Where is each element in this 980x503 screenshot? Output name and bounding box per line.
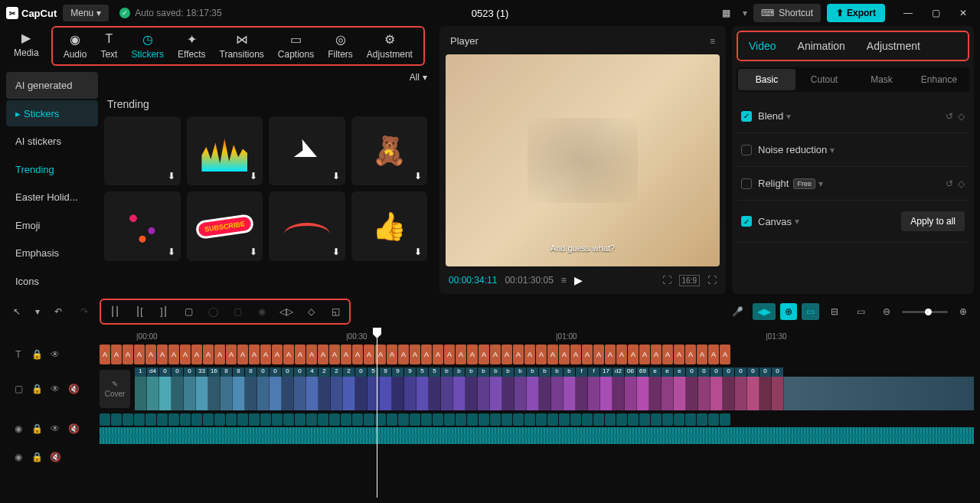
snap-tool[interactable]: ▭ — [802, 303, 819, 320]
video-clip[interactable] — [392, 377, 404, 410]
fx-segment[interactable] — [479, 413, 489, 426]
video-clip[interactable] — [502, 377, 514, 410]
subtab-basic[interactable]: Basic — [738, 69, 795, 90]
text-segment[interactable]: A — [100, 345, 110, 364]
fx-segment[interactable] — [145, 413, 156, 426]
close-icon[interactable]: ✕ — [952, 4, 974, 22]
fx-segment[interactable] — [111, 413, 122, 426]
lock-icon[interactable]: 🔒 — [31, 423, 43, 434]
text-segment[interactable]: A — [605, 345, 616, 364]
fx-segment[interactable] — [329, 413, 340, 426]
fx-segment[interactable] — [708, 413, 719, 426]
text-segment[interactable]: A — [398, 345, 409, 364]
undo-icon[interactable]: ↶ — [47, 302, 69, 322]
video-clip[interactable] — [576, 377, 588, 410]
fx-segment[interactable] — [433, 413, 443, 426]
video-clip[interactable] — [686, 377, 698, 410]
video-clip[interactable] — [270, 377, 282, 410]
redo-icon[interactable]: ↷ — [74, 302, 95, 322]
text-segment[interactable]: A — [352, 345, 363, 364]
prop-blend[interactable]: ✓ Blend ▾ ↺◇ — [737, 100, 969, 133]
fx-segment[interactable] — [387, 413, 397, 426]
video-clip[interactable] — [220, 377, 233, 410]
text-segment[interactable]: A — [237, 345, 248, 364]
shortcut-button[interactable]: ⌨ Shortcut — [753, 4, 821, 22]
menu-button[interactable]: Menu ▾ — [63, 5, 109, 21]
subtab-cutout[interactable]: Cutout — [795, 69, 853, 90]
fx-segment[interactable] — [203, 413, 214, 426]
text-segment[interactable]: A — [444, 345, 455, 364]
fx-segment[interactable] — [593, 413, 604, 426]
keyframe-icon[interactable]: ◇ — [958, 111, 965, 122]
prop-noise-reduction[interactable]: Noise reduction ▾ — [737, 133, 969, 167]
zoom-slider[interactable] — [902, 311, 948, 313]
text-segment[interactable]: A — [456, 345, 466, 364]
fx-segment[interactable] — [134, 413, 145, 426]
video-clip[interactable] — [257, 377, 270, 410]
apply-to-all-button[interactable]: Apply to all — [901, 211, 965, 231]
text-segment[interactable]: A — [524, 345, 535, 364]
fx-segment[interactable] — [272, 413, 283, 426]
sidebar-item-trending[interactable]: Trending — [6, 156, 98, 183]
zoom-out-icon[interactable]: ⊖ — [876, 302, 897, 322]
fx-segment[interactable] — [444, 413, 455, 426]
fx-segment[interactable] — [237, 413, 248, 426]
text-segment[interactable]: A — [295, 345, 305, 364]
video-clip[interactable] — [466, 377, 478, 410]
fx-segment[interactable] — [570, 413, 581, 426]
fx-segment[interactable] — [697, 413, 707, 426]
video-clip[interactable] — [453, 377, 466, 410]
sticker-arrow[interactable]: ➤⬇ — [269, 116, 345, 185]
eye-icon[interactable]: 👁 — [49, 384, 61, 394]
text-segment[interactable]: A — [582, 345, 593, 364]
subtab-mask[interactable]: Mask — [853, 69, 910, 90]
fx-segment[interactable] — [616, 413, 627, 426]
rotate-icon[interactable]: ◇ — [300, 302, 322, 322]
video-clip[interactable] — [245, 377, 257, 410]
text-segment[interactable]: A — [479, 345, 489, 364]
text-segment[interactable]: A — [421, 345, 432, 364]
text-segment[interactable]: A — [433, 345, 443, 364]
video-clip[interactable] — [331, 377, 343, 410]
video-clip[interactable] — [637, 377, 649, 410]
subtab-enhance[interactable]: Enhance — [910, 69, 968, 90]
fx-segment[interactable] — [720, 413, 730, 426]
video-clip[interactable] — [588, 377, 600, 410]
video-clip[interactable] — [429, 377, 441, 410]
video-clip[interactable] — [233, 377, 245, 410]
video-clip[interactable] — [772, 377, 784, 410]
text-segment[interactable]: A — [651, 345, 662, 364]
download-icon[interactable]: ⬇ — [247, 170, 260, 182]
export-button[interactable]: ⬆ Export — [827, 4, 885, 22]
crop-icon[interactable]: ◱ — [325, 302, 346, 322]
text-segment[interactable]: A — [226, 345, 237, 364]
lock-icon[interactable]: 🔒 — [31, 452, 43, 462]
split-left-icon[interactable]: ⎮[ — [129, 302, 150, 322]
video-clip[interactable] — [612, 377, 625, 410]
mirror-icon[interactable]: ◁▷ — [276, 302, 297, 322]
checkbox-off-icon[interactable] — [741, 178, 752, 189]
video-preview[interactable]: And guess what? — [446, 54, 720, 266]
layout-icon[interactable]: ▦ — [715, 4, 737, 22]
video-clip[interactable] — [343, 377, 355, 410]
text-segment[interactable]: A — [410, 345, 420, 364]
text-segment[interactable]: A — [513, 345, 524, 364]
text-segment[interactable]: A — [272, 345, 283, 364]
download-icon[interactable]: ⬇ — [412, 246, 424, 258]
fx-segment[interactable] — [605, 413, 616, 426]
text-segment[interactable]: A — [180, 345, 191, 364]
text-segment[interactable]: A — [570, 345, 581, 364]
checkbox-off-icon[interactable] — [741, 145, 752, 155]
prop-relight[interactable]: Relight Free ▾ ↺◇ — [737, 167, 969, 201]
sticker-equalizer[interactable]: ⬇ — [187, 116, 263, 185]
video-clip[interactable] — [698, 377, 710, 410]
mute-icon[interactable]: 🔇 — [67, 423, 80, 434]
chevron-down-icon[interactable]: ▾ — [795, 216, 799, 227]
fx-segment[interactable] — [100, 413, 110, 426]
chevron-down-icon[interactable]: ▾ — [743, 8, 747, 18]
fx-segment[interactable] — [685, 413, 696, 426]
selection-tool-icon[interactable]: ↖ — [6, 302, 28, 322]
video-clip[interactable] — [760, 377, 772, 410]
video-clip[interactable] — [196, 377, 208, 410]
text-segment[interactable]: A — [306, 345, 317, 364]
